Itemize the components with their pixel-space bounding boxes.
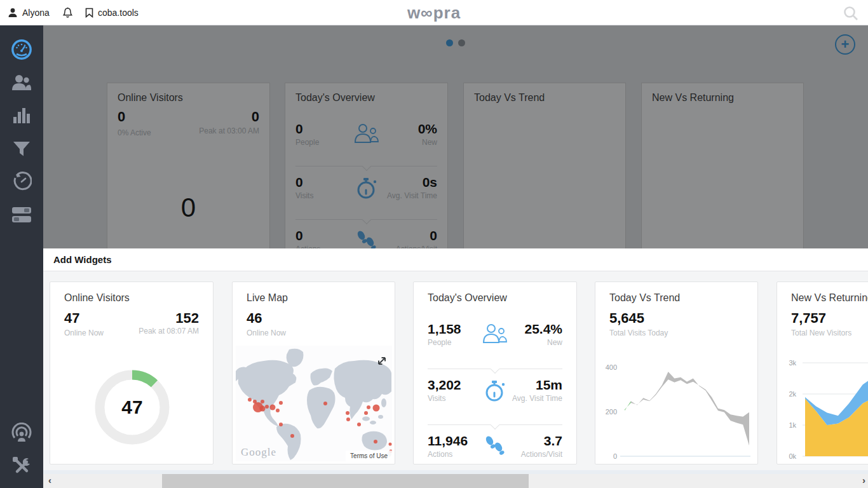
svg-text:2k: 2k	[789, 390, 796, 398]
scroll-left-arrow[interactable]: ‹	[48, 475, 51, 485]
peak-label: Peak at 03:00 AM	[199, 126, 259, 135]
sidebar-item-dashboard[interactable]	[0, 36, 43, 64]
sidebar-item-people[interactable]	[0, 69, 43, 97]
actions-visit-value: 3.7	[544, 433, 562, 449]
addable-widget-todays-overview[interactable]: Today's Overview 1,158 25.4% People New …	[413, 281, 577, 464]
horizontal-scrollbar[interactable]: ‹ ›	[43, 474, 868, 488]
actions-value: 11,946	[428, 433, 468, 448]
page-dot-inactive[interactable]	[458, 39, 465, 46]
stopwatch-icon	[484, 379, 506, 405]
new-label: New	[422, 138, 437, 147]
donut-center-value: 47	[91, 396, 173, 418]
online-now-value: 47	[64, 310, 79, 326]
svg-text:0: 0	[613, 452, 617, 460]
peak-value: 0	[252, 109, 259, 125]
overview-row-visits: 0 0s Visits Avg. Visit Time	[295, 175, 437, 214]
actions-visit-value: 0	[430, 228, 437, 243]
widget-title: New Vs Returning	[652, 92, 734, 104]
online-visitors-donut-chart: 47	[91, 366, 173, 449]
sidebar-item-retention[interactable]	[0, 168, 43, 196]
sidebar-item-segments[interactable]	[0, 201, 43, 229]
search-button[interactable]	[843, 5, 859, 24]
people-label: People	[428, 338, 451, 347]
online-now-label: Online Now	[247, 329, 286, 337]
peak-value: 152	[175, 310, 199, 327]
svg-text:0k: 0k	[789, 452, 796, 460]
visits-label: Visits	[428, 394, 445, 403]
online-now-label: Online Now	[64, 329, 104, 337]
widget-new-vs-returning: New Vs Returning	[641, 83, 804, 248]
scrollbar-thumb[interactable]	[162, 474, 529, 488]
visits-value: 3,202	[428, 377, 461, 392]
widget-today-vs-trend: Today Vs Trend	[463, 83, 626, 248]
people-duo-icon	[353, 123, 381, 147]
online-now-value: 0	[118, 109, 125, 125]
sidebar-item-analytics[interactable]	[0, 102, 43, 130]
scroll-right-arrow[interactable]: ›	[862, 475, 865, 485]
actions-value: 0	[295, 228, 303, 243]
sidebar-item-tools[interactable]	[0, 452, 43, 480]
page-dot-active[interactable]	[446, 39, 453, 46]
left-sidebar	[0, 25, 43, 488]
avg-time-value: 0s	[423, 175, 437, 190]
sidebar-item-tracking[interactable]	[0, 419, 43, 447]
dashboard-area: + Online Visitors 0 0 0% Active Peak at …	[43, 25, 868, 248]
sidebar-item-funnel[interactable]	[0, 135, 43, 163]
new-pct-value: 0%	[418, 121, 437, 137]
widget-online-visitors: Online Visitors 0 0 0% Active Peak at 03…	[107, 83, 270, 248]
overview-row-people: 0 0% People New	[295, 121, 437, 161]
overview-row-actions: 0 0 Actions Actions/Visit	[295, 228, 437, 248]
addable-widget-live-map[interactable]: Live Map 46 Online Now	[232, 281, 395, 464]
woopra-logo: w∞pra	[0, 0, 868, 25]
svg-text:1k: 1k	[789, 421, 796, 429]
history-clock-icon	[11, 172, 32, 192]
live-map-chart: Google Terms of Use	[236, 346, 392, 461]
svg-text:200: 200	[606, 408, 617, 416]
add-widget-button[interactable]: +	[835, 34, 855, 55]
people-label: People	[295, 138, 319, 147]
widget-title: Today Vs Trend	[474, 92, 545, 104]
divider	[428, 363, 562, 375]
panel-title: Add Widgets	[53, 254, 112, 265]
avg-time-label: Avg. Visit Time	[512, 394, 562, 403]
tracking-target-icon	[11, 423, 32, 443]
google-watermark: Google	[241, 446, 276, 459]
overview-row-actions: 11,946 3.7 Actions Actions/Visit	[428, 433, 562, 470]
today-vs-trend-chart: 0200400	[595, 282, 759, 465]
map-expand-icon[interactable]	[377, 356, 387, 369]
divider	[295, 214, 437, 226]
panel-header: Add Widgets	[43, 248, 868, 271]
top-bar: Alyona coba.tools w∞pra	[0, 0, 868, 25]
search-icon	[843, 5, 859, 22]
addable-widget-online-visitors[interactable]: Online Visitors 47 152 Online Now Peak a…	[50, 281, 214, 464]
svg-text:3k: 3k	[789, 359, 796, 367]
divider	[295, 161, 437, 172]
dashboard-gauge-icon	[11, 39, 32, 60]
footprints-icon	[356, 229, 377, 248]
new-pct-value: 25.4%	[524, 322, 562, 337]
big-count: 0	[107, 193, 269, 223]
funnel-icon	[12, 140, 31, 158]
online-now-value: 46	[247, 310, 262, 326]
addable-widget-new-vs-returning[interactable]: New Vs Returning 7,757 Total New Visitor…	[776, 281, 868, 464]
visits-value: 0	[295, 175, 303, 189]
add-widgets-panel: Add Widgets Online Visitors 47 152 Onlin…	[43, 248, 868, 470]
footprints-icon	[484, 435, 506, 460]
widget-title: Today's Overview	[295, 92, 375, 104]
terms-of-use-link[interactable]: Terms of Use	[346, 451, 392, 461]
overview-row-people: 1,158 25.4% People New	[428, 322, 562, 363]
stopwatch-icon	[355, 176, 378, 203]
new-label: New	[547, 338, 562, 347]
overview-row-visits: 3,202 15m Visits Avg. Visit Time	[428, 377, 562, 419]
avg-time-value: 15m	[536, 377, 562, 393]
people-value: 1,158	[428, 322, 461, 336]
people-duo-icon	[481, 323, 509, 347]
people-value: 0	[295, 121, 303, 136]
addable-widget-today-vs-trend[interactable]: Today Vs Trend 5,645 Total Visits Today …	[595, 281, 758, 464]
toggles-icon	[11, 207, 32, 223]
card-title: Live Map	[247, 292, 288, 304]
divider	[428, 419, 562, 431]
bar-chart-icon	[12, 107, 31, 125]
svg-text:400: 400	[606, 363, 617, 371]
widget-title: Online Visitors	[118, 92, 183, 104]
